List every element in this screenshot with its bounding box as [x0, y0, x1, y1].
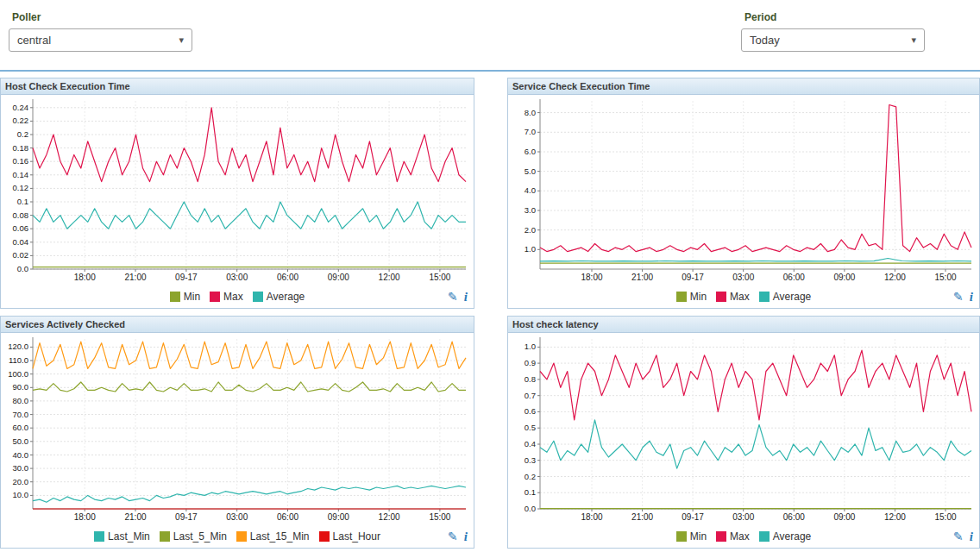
svg-text:03:00: 03:00 — [226, 512, 248, 522]
svg-text:0.02: 0.02 — [13, 250, 29, 260]
poller-select[interactable]: central ▾ — [9, 28, 192, 52]
svg-text:0.12: 0.12 — [13, 183, 29, 192]
chart-legend: MinMaxAverage — [676, 291, 812, 303]
svg-text:100.0: 100.0 — [8, 369, 28, 379]
legend-item: Last_5_Min — [160, 530, 227, 543]
chevron-down-icon: ▾ — [179, 34, 184, 46]
panel-header: Host Check Execution Time — [1, 78, 474, 95]
info-icon[interactable]: i — [970, 530, 973, 544]
period-select-value: Today — [750, 34, 780, 47]
legend-item: Max — [716, 530, 750, 543]
legend-label: Average — [773, 291, 811, 303]
legend-item: Min — [676, 530, 707, 543]
svg-text:12:00: 12:00 — [884, 512, 906, 522]
legend-item: Max — [210, 291, 243, 303]
panel-footer: MinMaxAverage ✎ i — [1, 285, 474, 308]
svg-text:21:00: 21:00 — [631, 512, 653, 522]
edit-icon[interactable]: ✎ — [953, 530, 964, 543]
legend-swatch — [253, 292, 263, 302]
info-icon[interactable]: i — [464, 530, 468, 544]
svg-text:0.0: 0.0 — [17, 264, 28, 273]
svg-text:4.0: 4.0 — [525, 185, 536, 195]
svg-text:2.0: 2.0 — [525, 225, 536, 235]
svg-text:18:00: 18:00 — [74, 273, 96, 282]
edit-icon[interactable]: ✎ — [448, 290, 458, 304]
svg-text:7.0: 7.0 — [525, 127, 536, 136]
svg-text:09:00: 09:00 — [328, 273, 349, 282]
chart-panel-host-check-execution: Host Check Execution Time 0.00.020.040.0… — [0, 78, 474, 309]
chart-svg: 10.020.030.040.050.060.070.080.090.0100.… — [1, 333, 474, 525]
svg-text:0.16: 0.16 — [13, 156, 29, 166]
period-label: Period — [741, 11, 925, 23]
svg-text:06:00: 06:00 — [783, 512, 805, 522]
svg-text:18:00: 18:00 — [581, 512, 602, 522]
svg-text:03:00: 03:00 — [226, 273, 248, 282]
svg-text:1.0: 1.0 — [525, 342, 536, 351]
svg-text:30.0: 30.0 — [13, 463, 29, 473]
legend-swatch — [319, 531, 330, 542]
legend-item: Last_Min — [94, 530, 150, 543]
svg-text:0.9: 0.9 — [525, 358, 536, 367]
svg-text:12:00: 12:00 — [884, 273, 906, 282]
svg-text:03:00: 03:00 — [732, 512, 754, 522]
svg-text:18:00: 18:00 — [74, 512, 96, 522]
svg-text:0.8: 0.8 — [525, 374, 536, 384]
svg-text:0.1: 0.1 — [525, 487, 536, 497]
legend-label: Last_Hour — [333, 530, 380, 543]
svg-text:110.0: 110.0 — [9, 355, 28, 365]
chevron-down-icon: ▾ — [911, 34, 916, 46]
legend-swatch — [759, 292, 770, 302]
edit-icon[interactable]: ✎ — [953, 290, 964, 304]
legend-label: Max — [730, 291, 750, 303]
panel-header: Services Actively Checked — [1, 317, 474, 333]
panel-header: Host check latency — [508, 317, 979, 333]
svg-text:0.0: 0.0 — [525, 504, 536, 513]
legend-item: Min — [676, 291, 707, 303]
chart-title: Services Actively Checked — [5, 319, 125, 329]
legend-item: Min — [170, 291, 200, 303]
chart-title: Service Check Execution Time — [512, 81, 650, 91]
legend-item: Last_15_Min — [236, 530, 310, 543]
legend-item: Average — [253, 291, 305, 303]
svg-text:0.22: 0.22 — [13, 116, 29, 125]
svg-text:10.0: 10.0 — [13, 490, 29, 499]
legend-label: Min — [690, 291, 707, 303]
svg-text:0.04: 0.04 — [13, 237, 29, 247]
svg-text:09:00: 09:00 — [328, 512, 349, 522]
svg-text:0.2: 0.2 — [17, 129, 28, 139]
svg-text:0.18: 0.18 — [13, 143, 29, 153]
panel-icons: ✎ i — [448, 525, 468, 548]
panel-footer: Last_MinLast_5_MinLast_15_MinLast_Hour ✎… — [1, 525, 474, 548]
svg-text:70.0: 70.0 — [13, 410, 29, 419]
legend-label: Last_Min — [108, 530, 150, 543]
legend-item: Max — [716, 291, 750, 303]
svg-text:40.0: 40.0 — [13, 450, 29, 460]
chart-legend: MinMaxAverage — [676, 530, 812, 543]
svg-text:15:00: 15:00 — [429, 512, 450, 522]
info-icon[interactable]: i — [970, 290, 973, 304]
svg-text:80.0: 80.0 — [13, 396, 29, 405]
chart-canvas: 0.00.10.20.30.40.50.60.70.80.91.018:0021… — [508, 333, 979, 525]
svg-text:0.7: 0.7 — [525, 391, 536, 400]
svg-text:06:00: 06:00 — [277, 512, 298, 522]
legend-swatch — [94, 531, 104, 542]
legend-label: Max — [223, 291, 243, 303]
period-select[interactable]: Today ▾ — [741, 28, 925, 52]
poller-filter: Poller central ▾ — [9, 11, 192, 70]
svg-text:12:00: 12:00 — [379, 273, 400, 282]
panel-footer: MinMaxAverage ✎ i — [508, 525, 979, 548]
chart-panel-host-check-latency: Host check latency 0.00.10.20.30.40.50.6… — [507, 316, 980, 549]
chart-svg: 0.00.10.20.30.40.50.60.70.80.91.018:0021… — [508, 333, 979, 525]
legend-label: Last_5_Min — [173, 530, 227, 543]
svg-text:3.0: 3.0 — [525, 205, 536, 215]
legend-swatch — [759, 531, 770, 542]
panel-footer: MinMaxAverage ✎ i — [508, 285, 979, 308]
info-icon[interactable]: i — [464, 290, 468, 304]
edit-icon[interactable]: ✎ — [448, 530, 458, 543]
svg-text:0.06: 0.06 — [13, 223, 29, 233]
chart-title: Host Check Execution Time — [5, 81, 130, 91]
svg-text:8.0: 8.0 — [525, 108, 536, 117]
svg-text:12:00: 12:00 — [379, 512, 400, 522]
svg-text:0.14: 0.14 — [13, 170, 29, 179]
svg-text:20.0: 20.0 — [13, 477, 29, 486]
